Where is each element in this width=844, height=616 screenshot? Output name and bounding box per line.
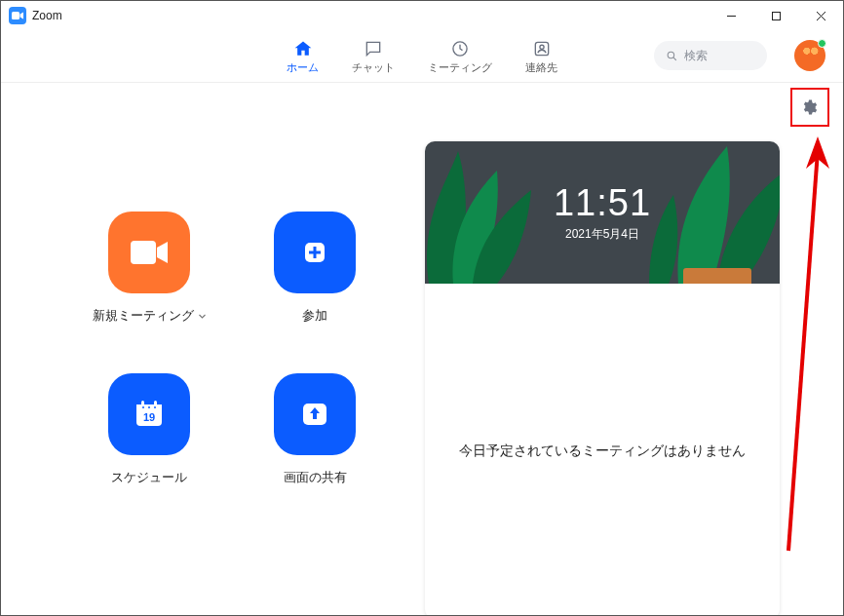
app-title: Zoom xyxy=(32,9,62,22)
gear-icon xyxy=(800,98,818,116)
new-meeting-button[interactable] xyxy=(108,212,190,293)
svg-rect-22 xyxy=(683,268,751,284)
content: 新規ミーティング 参加 19 スケジュール xyxy=(1,83,843,615)
clock-icon xyxy=(449,38,471,59)
tab-home[interactable]: ホーム xyxy=(287,38,319,75)
calendar-day: 19 xyxy=(143,411,155,423)
join-button[interactable] xyxy=(274,212,356,293)
svg-rect-16 xyxy=(141,401,144,407)
svg-point-20 xyxy=(154,406,156,408)
tile-label: 新規ミーティング xyxy=(93,307,194,325)
plant-decor-icon xyxy=(425,141,536,284)
svg-rect-13 xyxy=(309,251,321,254)
avatar[interactable] xyxy=(794,40,825,71)
settings-button[interactable] xyxy=(794,93,824,122)
tab-label: チャット xyxy=(352,60,395,75)
contacts-icon xyxy=(531,38,553,59)
schedule-button[interactable]: 19 xyxy=(108,373,190,455)
panel-body: 今日予定されているミーティングはありません xyxy=(425,284,780,616)
tile-label: 参加 xyxy=(302,307,327,325)
tile-label: スケジュール xyxy=(111,469,187,486)
svg-point-18 xyxy=(142,406,144,408)
window-maximize-button[interactable] xyxy=(753,1,798,30)
share-screen-button[interactable] xyxy=(274,373,356,455)
svg-rect-17 xyxy=(154,401,157,407)
tile-label: 画面の共有 xyxy=(284,469,347,486)
app-icon xyxy=(9,7,26,24)
action-tiles: 新規ミーティング 参加 19 スケジュール xyxy=(71,212,393,486)
tab-contacts[interactable]: 連絡先 xyxy=(525,38,557,75)
tab-meetings[interactable]: ミーティング xyxy=(428,38,492,75)
no-meetings-message: 今日予定されているミーティングはありません xyxy=(459,443,746,460)
window-close-button[interactable] xyxy=(798,1,843,30)
titlebar: Zoom xyxy=(1,1,843,30)
search-icon xyxy=(666,50,678,62)
today-panel: 11:51 2021年5月4日 今日予定されているミーティングはありません xyxy=(425,141,780,616)
svg-point-7 xyxy=(539,45,543,49)
status-online-icon xyxy=(818,39,826,48)
tab-chat[interactable]: チャット xyxy=(352,38,395,75)
tab-label: ミーティング xyxy=(428,60,492,75)
window-minimize-button[interactable] xyxy=(709,1,753,30)
new-meeting-label-row[interactable]: 新規ミーティング xyxy=(93,307,207,325)
search-placeholder: 検索 xyxy=(684,48,708,64)
home-icon xyxy=(292,38,314,59)
svg-rect-0 xyxy=(12,12,19,19)
chevron-down-icon xyxy=(198,312,207,321)
svg-rect-10 xyxy=(131,241,156,264)
svg-point-19 xyxy=(148,406,150,408)
hero-time: 11:51 xyxy=(554,182,651,224)
svg-point-8 xyxy=(668,52,674,58)
hero-banner: 11:51 2021年5月4日 xyxy=(425,141,780,284)
tabbar: ホーム チャット ミーティング 連絡先 検索 xyxy=(1,30,843,83)
tab-label: 連絡先 xyxy=(525,60,557,75)
chat-icon xyxy=(363,38,384,59)
search-input[interactable]: 検索 xyxy=(654,41,767,70)
plant-decor-icon xyxy=(649,141,780,284)
tab-label: ホーム xyxy=(287,60,319,75)
hero-date: 2021年5月4日 xyxy=(565,226,639,243)
svg-rect-2 xyxy=(772,12,780,19)
svg-line-9 xyxy=(673,58,676,60)
